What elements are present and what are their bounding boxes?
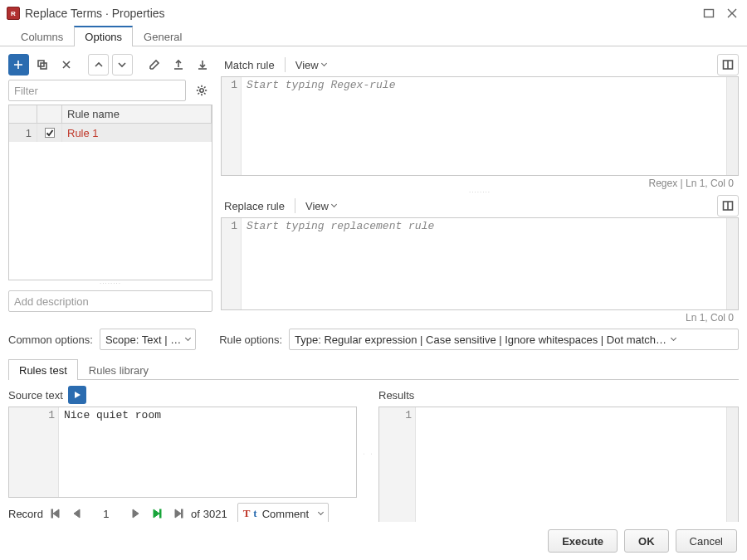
results-label: Results — [378, 389, 414, 402]
record-prev-button[interactable] — [68, 504, 86, 523]
record-next-button[interactable] — [126, 504, 144, 523]
rules-toolbar — [8, 53, 212, 76]
record-column-value: Comment — [262, 508, 309, 520]
match-layout-button[interactable] — [717, 54, 739, 75]
edit-icon[interactable] — [144, 54, 165, 75]
source-text-line: Nice quiet room — [59, 407, 356, 497]
grid-row-name[interactable]: Rule 1 — [62, 124, 212, 142]
replace-editor-placeholder: Start typing replacement rule — [242, 218, 726, 309]
view-label: View — [305, 200, 329, 212]
svg-line-21 — [198, 93, 200, 95]
rule-options-value: Type: Regular expression | Case sensitiv… — [295, 334, 666, 346]
svg-marker-26 — [75, 392, 81, 398]
replace-view-dropdown[interactable]: View — [302, 200, 339, 212]
add-rule-button[interactable] — [8, 54, 29, 75]
rule-enabled-checkbox[interactable] — [45, 128, 55, 138]
grid-row-index: 1 — [9, 124, 37, 142]
close-button[interactable] — [724, 5, 740, 22]
delete-rule-button[interactable] — [56, 54, 77, 75]
match-rule-label: Match rule — [221, 59, 278, 71]
results-text — [416, 407, 726, 523]
scrollbar[interactable] — [726, 218, 738, 309]
view-label: View — [295, 59, 319, 71]
scope-dropdown[interactable]: Scope: Text | … — [100, 329, 196, 350]
execute-button[interactable]: Execute — [548, 529, 618, 553]
tab-columns[interactable]: Columns — [10, 26, 74, 46]
filter-settings-icon[interactable] — [191, 80, 212, 101]
replace-rule-label: Replace rule — [221, 200, 288, 212]
copy-rule-button[interactable] — [32, 54, 53, 75]
tab-options[interactable]: Options — [74, 26, 133, 46]
replace-editor-gutter: 1 — [222, 218, 242, 309]
grid-row[interactable]: 1 Rule 1 — [9, 124, 212, 142]
match-editor-placeholder: Start typing Regex-rule — [242, 77, 726, 175]
scrollbar[interactable] — [726, 77, 738, 175]
export-button[interactable] — [168, 54, 188, 75]
svg-marker-27 — [53, 509, 59, 518]
app-icon: R — [7, 7, 20, 20]
text-icon: T — [243, 507, 251, 520]
svg-line-19 — [204, 93, 206, 95]
filter-input[interactable] — [8, 80, 186, 101]
svg-line-18 — [198, 87, 200, 89]
rules-grid[interactable]: Rule name 1 Rule 1 — [8, 105, 212, 280]
common-options-label: Common options: — [8, 334, 93, 346]
svg-marker-29 — [74, 509, 80, 518]
svg-rect-28 — [51, 509, 53, 518]
replace-status: Ln 1, Col 0 — [221, 310, 739, 324]
svg-marker-31 — [154, 509, 159, 518]
replace-layout-button[interactable] — [717, 195, 739, 217]
ok-button[interactable]: OK — [624, 529, 669, 553]
window-title: Replace Terms · Properties — [25, 7, 165, 20]
main-tabs: Columns Options General — [0, 25, 747, 46]
svg-rect-34 — [181, 509, 183, 518]
description-input[interactable] — [8, 290, 212, 312]
results-gutter: 1 — [379, 407, 416, 523]
cancel-button[interactable]: Cancel — [676, 529, 737, 553]
scope-value: Scope: Text | … — [105, 334, 181, 346]
tab-general[interactable]: General — [133, 26, 193, 46]
svg-rect-0 — [705, 10, 714, 17]
source-text-label: Source text — [8, 389, 63, 402]
run-test-button[interactable] — [68, 386, 86, 404]
record-label: Record — [8, 508, 43, 520]
grid-empty-area — [9, 142, 212, 280]
svg-point-13 — [200, 89, 203, 92]
replace-rule-editor[interactable]: 1 Start typing replacement rule — [221, 217, 739, 310]
splitter-vertical[interactable]: ···· — [365, 385, 370, 524]
record-of-label: of — [191, 508, 200, 520]
subtab-rules-test[interactable]: Rules test — [8, 359, 78, 380]
record-total: 3021 — [203, 508, 227, 520]
results-editor[interactable]: 1 — [378, 407, 739, 524]
record-current[interactable]: 1 — [90, 508, 123, 520]
record-last-button[interactable] — [169, 504, 188, 523]
svg-marker-33 — [175, 509, 181, 518]
grid-header: Rule name — [9, 105, 212, 124]
source-text-editor[interactable]: 1 Nice quiet room — [8, 407, 357, 498]
match-view-dropdown[interactable]: View — [292, 59, 330, 71]
scrollbar[interactable] — [726, 407, 738, 523]
import-button[interactable] — [192, 54, 212, 75]
record-next-match-button[interactable] — [148, 504, 166, 523]
rule-options-label: Rule options: — [219, 334, 282, 346]
grid-header-rulename[interactable]: Rule name — [62, 105, 212, 123]
source-gutter: 1 — [9, 407, 59, 497]
svg-marker-30 — [133, 509, 139, 518]
subtab-rules-library[interactable]: Rules library — [78, 359, 159, 380]
rule-options-dropdown[interactable]: Type: Regular expression | Case sensitiv… — [289, 329, 739, 350]
maximize-button[interactable] — [701, 5, 717, 22]
match-editor-gutter: 1 — [222, 77, 242, 175]
move-up-button[interactable] — [88, 54, 109, 75]
svg-rect-32 — [159, 509, 161, 518]
dialog-footer: Execute OK Cancel — [0, 522, 747, 560]
move-down-button[interactable] — [112, 54, 133, 75]
sub-tabs: Rules test Rules library — [8, 358, 739, 380]
record-first-button[interactable] — [46, 504, 65, 523]
titlebar: R Replace Terms · Properties — [0, 0, 747, 25]
match-rule-editor[interactable]: 1 Start typing Regex-rule — [221, 76, 739, 176]
svg-line-20 — [204, 87, 206, 89]
